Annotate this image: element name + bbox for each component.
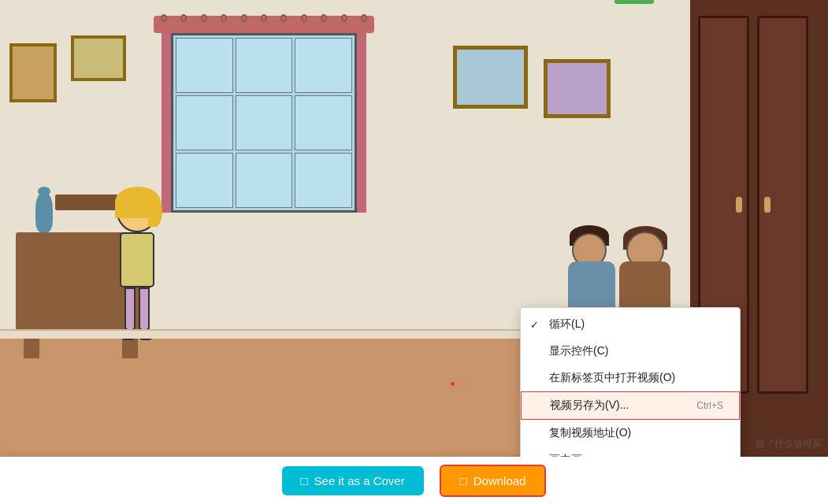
girl-legs: [117, 287, 158, 331]
cover-icon: □: [301, 474, 308, 487]
window-pane: [236, 38, 293, 93]
wardrobe-door-right: [757, 16, 808, 394]
window-pane: [295, 95, 352, 150]
frame-4: [544, 59, 611, 118]
menu-item-pip[interactable]: 画中画: [521, 447, 740, 457]
see-as-cover-button[interactable]: □ See it as a Cover: [282, 466, 424, 495]
rod-ring: [201, 14, 207, 22]
curtain-rod: [154, 16, 374, 33]
window: [162, 16, 366, 213]
girl-leg-right: [139, 287, 150, 331]
window-glass: [171, 33, 357, 213]
rod-ring: [241, 14, 247, 22]
download-button[interactable]: □ Download: [440, 465, 547, 497]
window-pane: [176, 95, 233, 150]
girl-body: [120, 232, 154, 287]
green-bar: [615, 0, 654, 4]
red-dot: [451, 382, 455, 386]
bottom-bar: □ See it as a Cover □ Download: [0, 457, 828, 504]
window-pane: [236, 95, 293, 150]
menu-item-open-tab[interactable]: 在新标签页中打开视频(O): [521, 365, 740, 391]
girl-face: [118, 193, 156, 231]
girl-character: [117, 191, 158, 340]
rod-ring: [301, 14, 307, 22]
rod-ring: [341, 14, 347, 22]
watermark: 值↗什么值得买: [756, 437, 822, 450]
window-pane: [176, 153, 233, 208]
window-pane: [176, 38, 233, 93]
menu-item-loop[interactable]: 循环(L): [521, 311, 740, 338]
rod-ring: [221, 14, 227, 22]
window-pane: [295, 153, 352, 208]
wardrobe-handle-left: [736, 197, 742, 213]
frame-1: [9, 43, 57, 102]
rod-ring: [180, 14, 187, 22]
rod-ring: [361, 14, 367, 22]
wardrobe-handle-right: [764, 197, 770, 213]
download-icon: □: [460, 474, 467, 487]
menu-item-save-video[interactable]: 视频另存为(V)... Ctrl+S: [521, 391, 740, 420]
girl-head: [117, 191, 158, 232]
rod-ring: [321, 14, 327, 22]
menu-item-controls[interactable]: 显示控件(C): [521, 338, 740, 365]
menu-item-copy-url[interactable]: 复制视频地址(O): [521, 420, 740, 447]
rod-ring: [161, 14, 167, 22]
girl-leg-left: [124, 287, 136, 331]
frame-2-image: [74, 39, 123, 78]
frame-2: [71, 35, 126, 81]
context-menu: 循环(L) 显示控件(C) 在新标签页中打开视频(O) 视频另存为(V)... …: [520, 307, 741, 457]
vase: [35, 193, 53, 232]
rod-ring: [261, 14, 267, 22]
video-area: 循环(L) 显示控件(C) 在新标签页中打开视频(O) 视频另存为(V)... …: [0, 0, 828, 457]
frame-3: [453, 46, 528, 109]
table-drawer: [55, 195, 118, 210]
rod-ring: [280, 14, 287, 22]
window-pane: [236, 153, 293, 208]
window-pane: [295, 38, 352, 93]
rod-rings: [154, 14, 374, 22]
frame-1-image: [13, 46, 54, 99]
